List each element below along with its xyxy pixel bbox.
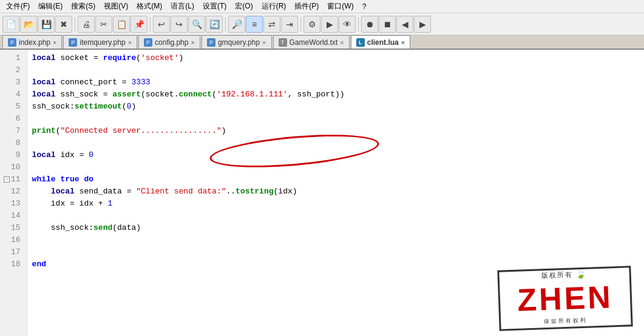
code-line-12: local send_data = "Client send data:"..t… <box>32 186 639 198</box>
code-line-13: idx = idx + 1 <box>32 198 639 210</box>
menu-window[interactable]: 窗口(W) <box>324 1 357 12</box>
tab-label4: gmquery.php <box>218 38 260 47</box>
code-line-4: local ssh_sock = assert(socket.connect('… <box>32 89 639 101</box>
php-icon4: P <box>207 38 215 47</box>
tab-close5-icon[interactable]: × <box>340 39 344 46</box>
menu-edit[interactable]: 编辑(E) <box>35 1 66 12</box>
php-icon2: P <box>69 38 77 47</box>
cut-button[interactable]: ✂ <box>95 16 112 33</box>
nav-fwd-button[interactable]: ▶ <box>414 16 431 33</box>
undo-button[interactable]: ↩ <box>153 16 170 33</box>
watermark-stamp: 版权所有 🍃 ZHEN 保留所有权利 <box>497 266 632 331</box>
line-num-7: 7 <box>4 125 23 137</box>
line-num-9: 9 <box>4 149 23 161</box>
view-toggle-button[interactable]: ≡ <box>246 16 263 33</box>
macro-button[interactable]: ⚙ <box>303 16 320 33</box>
tab-config-php[interactable]: P config.php × <box>138 35 200 49</box>
sep5 <box>358 17 359 32</box>
num-0: 0 <box>127 101 132 113</box>
code-line-1: local socket = require('socket') <box>32 52 639 64</box>
line-num-5: 5 <box>4 101 23 113</box>
code-line-10 <box>32 161 639 173</box>
tab-gmquery-php[interactable]: P gmquery.php × <box>202 35 272 49</box>
redo-button[interactable]: ↪ <box>171 16 188 33</box>
php-icon: P <box>8 38 16 47</box>
tab-close-icon[interactable]: × <box>53 39 56 46</box>
tab-label3: config.php <box>155 38 188 47</box>
tab-index-php[interactable]: P index.php × <box>2 35 62 49</box>
num-1: 1 <box>107 198 112 210</box>
fn-tostring: tostring <box>236 186 273 198</box>
menu-macro[interactable]: 宏(O) <box>231 1 256 12</box>
code-line-8 <box>32 137 639 149</box>
record-button[interactable]: ⏺ <box>361 16 378 33</box>
close-button[interactable]: ✖ <box>55 16 72 33</box>
line-num-11: −11 <box>4 173 23 186</box>
line-num-13: 13 <box>4 198 23 210</box>
new-button[interactable]: 📄 <box>2 16 19 33</box>
menu-language[interactable]: 语言(L) <box>167 1 198 12</box>
fold-icon[interactable]: − <box>4 176 10 183</box>
menu-file[interactable]: 文件(F) <box>2 1 33 12</box>
fn-send: send <box>93 222 112 234</box>
tab-close3-icon[interactable]: × <box>191 39 194 46</box>
code-line-5: ssh_sock:settimeout(0) <box>32 101 639 113</box>
tab-itemquery-php[interactable]: P itemquery.php × <box>63 35 137 49</box>
line-num-4: 4 <box>4 89 23 101</box>
copy-button[interactable]: 📋 <box>113 16 130 33</box>
code-content[interactable]: local socket = require('socket') local c… <box>27 50 644 336</box>
wrap-button[interactable]: ⇄ <box>263 16 280 33</box>
sep4 <box>300 17 301 32</box>
line-num-3: 3 <box>4 76 23 89</box>
tab-label5: GameWorld.txt <box>290 38 338 47</box>
menu-search[interactable]: 搜索(S) <box>67 1 99 12</box>
tabs-bar: P index.php × P itemquery.php × P config… <box>0 35 644 50</box>
menu-plugins[interactable]: 插件(P) <box>291 1 322 12</box>
line-num-15: 15 <box>4 222 23 234</box>
num-idx-0: 0 <box>89 149 93 161</box>
line-num-6: 6 <box>4 113 23 125</box>
menu-run[interactable]: 运行(R) <box>258 1 290 12</box>
line-num-2: 2 <box>4 64 23 76</box>
watermark-main-text: ZHEN <box>517 281 613 315</box>
line-num-18: 18 <box>4 258 23 270</box>
stop-button[interactable]: ⏹ <box>379 16 396 33</box>
menubar: 文件(F) 编辑(E) 搜索(S) 视图(V) 格式(M) 语言(L) 设置(T… <box>0 0 644 13</box>
nav-back-button[interactable]: ◀ <box>396 16 413 33</box>
menu-help[interactable]: ? <box>359 2 370 12</box>
menu-view[interactable]: 视图(V) <box>100 1 132 12</box>
kw-true: true <box>60 173 79 186</box>
indent-button[interactable]: ⇥ <box>281 16 298 33</box>
line-num-17: 17 <box>4 246 23 258</box>
tab-close2-icon[interactable]: × <box>128 39 132 46</box>
code-line-11: while true do <box>32 173 639 186</box>
paste-button[interactable]: 📌 <box>130 16 147 33</box>
toolbar: 📄 📂 💾 ✖ 🖨 ✂ 📋 📌 ↩ ↪ 🔍 🔄 🔎 ≡ ⇄ ⇥ ⚙ ▶ 👁 ⏺ … <box>0 13 644 35</box>
line-numbers: 1 2 3 4 5 6 7 8 9 10 −11 12 13 14 15 16 … <box>0 50 27 336</box>
php-icon3: P <box>144 38 152 47</box>
menu-format[interactable]: 格式(M) <box>133 1 166 12</box>
kw-while: while <box>32 173 56 186</box>
str-client-send: "Client send data:" <box>136 186 226 198</box>
tab-close4-icon[interactable]: × <box>262 39 266 46</box>
tab-close6-icon[interactable]: × <box>401 39 405 46</box>
code-line-9: local idx = 0 <box>32 149 639 161</box>
str-socket: 'socket' <box>141 52 178 64</box>
find-button[interactable]: 🔍 <box>188 16 205 33</box>
num-3333: 3333 <box>131 76 150 89</box>
monitor-button[interactable]: 👁 <box>339 16 356 33</box>
fn-connect: connect <box>178 89 212 101</box>
save-button[interactable]: 💾 <box>38 16 55 33</box>
zoom-in-button[interactable]: 🔎 <box>228 16 245 33</box>
replace-button[interactable]: 🔄 <box>206 16 223 33</box>
tab-client-lua[interactable]: L client.lua × <box>351 35 410 49</box>
open-button[interactable]: 📂 <box>20 16 37 33</box>
kw-local-3: local <box>32 76 56 89</box>
tab-gameworld-txt[interactable]: T GameWorld.txt × <box>273 35 350 49</box>
print-button[interactable]: 🖨 <box>78 16 95 33</box>
fn-settimeout: settimeout <box>75 101 122 113</box>
code-line-7: print("Connected server................"… <box>32 125 639 137</box>
tab-label: index.php <box>19 38 50 47</box>
menu-settings[interactable]: 设置(T) <box>199 1 230 12</box>
run-button[interactable]: ▶ <box>321 16 338 33</box>
